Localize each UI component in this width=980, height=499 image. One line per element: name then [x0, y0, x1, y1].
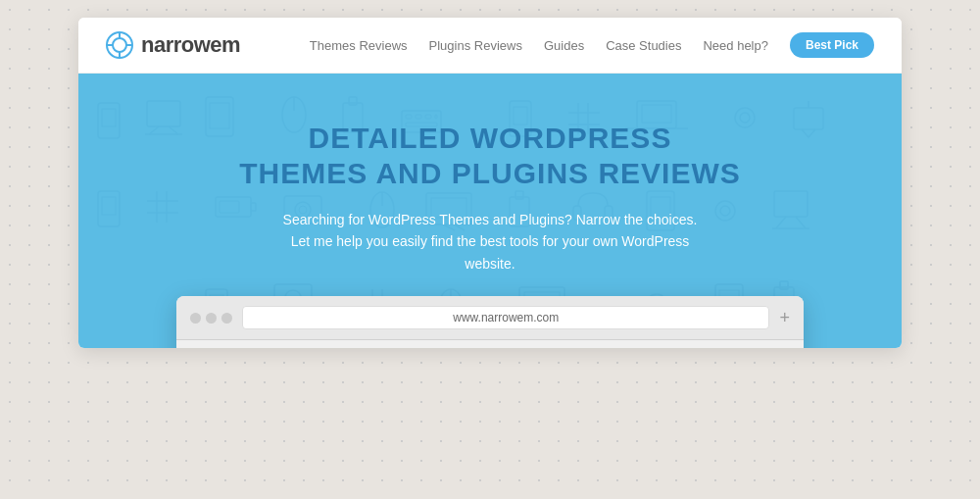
hero-content: DETAILED WORDPRESS THEMES AND PLUGINS RE…	[108, 121, 872, 274]
nav-links: Themes Reviews Plugins Reviews Guides Ca…	[310, 32, 874, 58]
browser-content: ✓	[176, 340, 804, 348]
logo-text: narrowem	[141, 32, 240, 58]
browser-url-bar[interactable]: www.narrowem.com	[242, 306, 769, 329]
nav-link-case-studies[interactable]: Case Studies	[606, 38, 681, 53]
browser-toolbar: www.narrowem.com +	[176, 296, 804, 340]
svg-rect-21	[425, 115, 431, 119]
svg-point-1	[113, 38, 126, 52]
nav-bar: narrowem Themes Reviews Plugins Reviews …	[78, 18, 902, 74]
svg-rect-20	[416, 115, 421, 119]
nav-link-need-help[interactable]: Need help?	[703, 38, 768, 53]
best-pick-button[interactable]: Best Pick	[790, 32, 874, 58]
svg-rect-17	[349, 97, 357, 105]
svg-rect-22	[435, 115, 437, 119]
browser-mockup-wrapper: www.narrowem.com + ✓	[176, 296, 804, 348]
logo-area: narrowem	[106, 31, 240, 59]
svg-rect-19	[406, 115, 412, 119]
browser-dot-red	[190, 313, 201, 324]
hero-subtitle: Searching for WordPress Themes and Plugi…	[274, 209, 706, 274]
browser-dots	[190, 313, 232, 324]
browser-mockup: www.narrowem.com + ✓	[176, 296, 804, 348]
main-card: narrowem Themes Reviews Plugins Reviews …	[78, 18, 902, 348]
nav-link-plugins-reviews[interactable]: Plugins Reviews	[429, 38, 522, 53]
hero-section: DETAILED WORDPRESS THEMES AND PLUGINS RE…	[78, 74, 902, 348]
browser-dot-yellow	[206, 313, 217, 324]
hero-title: DETAILED WORDPRESS THEMES AND PLUGINS RE…	[108, 121, 872, 191]
logo-icon	[106, 31, 133, 59]
nav-link-themes-reviews[interactable]: Themes Reviews	[310, 38, 408, 53]
nav-link-guides[interactable]: Guides	[544, 38, 584, 53]
browser-dot-green	[221, 313, 232, 324]
svg-rect-84	[780, 281, 788, 289]
browser-new-tab-button[interactable]: +	[779, 308, 790, 328]
